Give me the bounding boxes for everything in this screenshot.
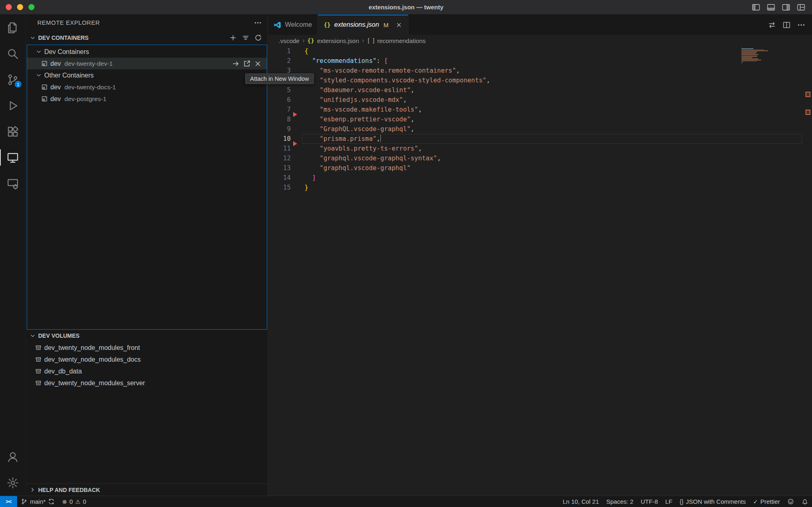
code-line[interactable]: 2 "recommendations": [: [268, 56, 812, 66]
line-number: 1: [268, 46, 291, 56]
tree-group[interactable]: Other Containers: [27, 69, 267, 81]
breadcrumb-file[interactable]: extensions.json: [317, 37, 359, 44]
code-line[interactable]: 11 "yoavbls.pretty-ts-errors",: [268, 144, 812, 153]
modified-indicator: M: [384, 22, 389, 28]
activity-explorer[interactable]: [0, 15, 26, 41]
language-mode[interactable]: {} JSON with Comments: [676, 496, 749, 507]
container-description: dev-twenty-dev-1: [65, 60, 113, 67]
code-line[interactable]: 13 "graphql.vscode-graphql": [268, 163, 812, 173]
code-line[interactable]: 1{: [268, 46, 812, 56]
sidebar-title: REMOTE EXPLORER: [37, 19, 100, 26]
close-icon[interactable]: [395, 22, 402, 28]
code-line[interactable]: 6 "unifiedjs.vscode-mdx",: [268, 95, 812, 105]
braces-icon: {}: [680, 498, 683, 505]
code-line[interactable]: 8 "esbenp.prettier-vscode",: [268, 114, 812, 124]
attach-container-button[interactable]: [232, 60, 240, 68]
container-row[interactable]: devdev-twenty-docs-1: [27, 81, 267, 93]
code-line[interactable]: 3 "ms-vscode-remote.remote-containers",: [268, 66, 812, 76]
container-description: dev-twenty-docs-1: [65, 84, 116, 91]
activity-settings[interactable]: [0, 470, 26, 496]
remove-container-button[interactable]: [254, 60, 262, 68]
split-editor-icon[interactable]: [782, 21, 791, 29]
tree-group[interactable]: Dev Containers: [27, 46, 267, 58]
activity-accounts[interactable]: [0, 444, 26, 470]
zoom-button[interactable]: [28, 4, 35, 10]
container-row[interactable]: devdev-twenty-dev-1: [27, 58, 267, 69]
account-icon: [6, 451, 19, 463]
feedback-item[interactable]: [784, 496, 798, 507]
notifications-item[interactable]: [798, 496, 812, 507]
volume-row[interactable]: dev_twenty_node_modules_docs: [26, 354, 268, 365]
activity-containers[interactable]: [0, 170, 26, 196]
customize-layout-icon[interactable]: [797, 3, 806, 12]
chevron-down-icon: [29, 35, 36, 41]
code-area[interactable]: 1{2 "recommendations": [3 "ms-vscode-rem…: [268, 46, 812, 496]
activity-run-debug[interactable]: [0, 93, 26, 119]
activity-remote-explorer[interactable]: [0, 145, 26, 170]
code-line[interactable]: 7 "ms-vscode.makefile-tools",: [268, 105, 812, 114]
line-content: "unifiedjs.vscode-mdx",: [302, 95, 802, 105]
eol-status[interactable]: LF: [661, 496, 676, 507]
tab-extensions-json[interactable]: {} extensions.json M: [318, 15, 408, 35]
add-icon[interactable]: [229, 34, 237, 42]
formatter-label: Prettier: [760, 498, 780, 505]
feedback-icon: [787, 498, 794, 505]
section-label: DEV CONTAINERS: [38, 35, 89, 41]
overview-ruler-mark: [806, 110, 810, 115]
volume-row[interactable]: dev_db_data: [26, 365, 268, 377]
toggle-panel-icon[interactable]: [767, 3, 775, 12]
section-help-and-feedback[interactable]: HELP AND FEEDBACK: [26, 483, 268, 496]
code-line[interactable]: 14 ]: [268, 173, 812, 183]
tab-welcome[interactable]: Welcome: [268, 15, 318, 35]
branch-status[interactable]: main*: [17, 496, 58, 507]
code-line[interactable]: 9 "GraphQL.vscode-graphql",: [268, 124, 812, 134]
breadcrumb-symbol[interactable]: recommendations: [377, 37, 425, 44]
deleted-lines-marker-icon: [293, 112, 297, 117]
line-number: 15: [268, 183, 291, 192]
activity-search[interactable]: [0, 41, 26, 67]
line-content: {: [302, 46, 802, 56]
toggle-secondary-sidebar-icon[interactable]: [782, 3, 790, 12]
minimap[interactable]: [741, 47, 770, 64]
open-changes-icon[interactable]: [768, 21, 776, 29]
code-line[interactable]: 12 "graphql.vscode-graphql-syntax",: [268, 153, 812, 163]
refresh-icon[interactable]: [254, 34, 262, 42]
toggle-sidebar-icon[interactable]: [752, 3, 760, 12]
remote-indicator[interactable]: ><: [0, 496, 17, 507]
gear-icon: [6, 477, 19, 489]
filter-icon[interactable]: [242, 34, 250, 42]
chevron-down-icon: [29, 332, 36, 339]
formatter-status[interactable]: ✓ Prettier: [749, 496, 784, 507]
code-line[interactable]: 5 "dbaeumer.vscode-eslint",: [268, 85, 812, 95]
warning-icon: ⚠: [75, 498, 80, 505]
activity-extensions[interactable]: [0, 119, 26, 145]
more-actions-icon[interactable]: [254, 19, 262, 27]
section-label: HELP AND FEEDBACK: [38, 487, 100, 493]
indentation-status[interactable]: Spaces: 2: [603, 496, 637, 507]
code-lines: 1{2 "recommendations": [3 "ms-vscode-rem…: [268, 46, 812, 192]
branch-name: main*: [30, 498, 45, 505]
code-line[interactable]: 4 "styled-components.vscode-styled-compo…: [268, 76, 812, 85]
volume-row[interactable]: dev_twenty_node_modules_front: [26, 342, 268, 354]
encoding-status[interactable]: UTF-8: [637, 496, 662, 507]
cursor-position[interactable]: Ln 10, Col 21: [559, 496, 603, 507]
close-button[interactable]: [6, 4, 12, 10]
volume-row[interactable]: dev_twenty_node_modules_server: [26, 377, 268, 389]
minimize-button[interactable]: [17, 4, 23, 10]
section-dev-containers[interactable]: DEV CONTAINERS: [26, 31, 268, 45]
code-line[interactable]: 10 "prisma.prisma",: [268, 134, 812, 144]
container-icon: [41, 95, 48, 102]
attach-new-window-button[interactable]: [243, 60, 251, 68]
code-line[interactable]: 15}: [268, 183, 812, 192]
section-dev-volumes[interactable]: DEV VOLUMES: [26, 330, 268, 342]
line-number: 9: [268, 124, 291, 134]
line-content: "graphql.vscode-graphql-syntax",: [302, 153, 802, 163]
container-row[interactable]: devdev-postgres-1: [27, 93, 267, 105]
activity-source-control[interactable]: 1: [0, 67, 26, 93]
more-actions-icon[interactable]: [797, 21, 806, 29]
breadcrumb-folder[interactable]: .vscode: [279, 37, 300, 44]
line-content: "prisma.prisma",: [302, 134, 802, 144]
search-icon: [6, 47, 19, 60]
problems-status[interactable]: ⊗ 0 ⚠ 0: [58, 496, 90, 507]
line-number: 6: [268, 95, 291, 105]
